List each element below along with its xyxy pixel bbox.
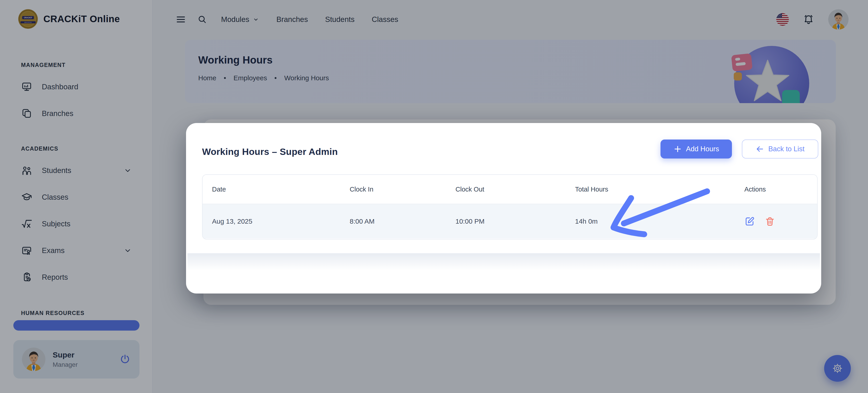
delete-trash-icon[interactable] <box>765 216 775 226</box>
modal-title: Working Hours – Super Admin <box>202 147 338 157</box>
add-hours-label: Add Hours <box>686 145 719 153</box>
column-header-clock-in: Clock In <box>350 186 456 193</box>
column-header-actions: Actions <box>744 186 817 193</box>
cell-actions <box>744 216 817 226</box>
cell-total-hours: 14h 0m <box>575 217 744 225</box>
cell-date: Aug 13, 2025 <box>212 217 350 225</box>
plus-icon <box>673 145 682 153</box>
cell-clock-in: 8:00 AM <box>350 217 456 225</box>
column-header-total-hours: Total Hours <box>575 186 744 193</box>
working-hours-modal: Working Hours – Super Admin Add Hours Ba… <box>186 123 821 294</box>
table-row: Aug 13, 2025 8:00 AM 10:00 PM 14h 0m <box>203 204 817 239</box>
cell-clock-out: 10:00 PM <box>456 217 575 225</box>
back-to-list-label: Back to List <box>768 145 804 153</box>
arrow-left-icon <box>756 145 764 153</box>
edit-icon[interactable] <box>744 216 755 226</box>
add-hours-button[interactable]: Add Hours <box>660 140 732 158</box>
app-root: CRACKiT EDUCATION CRACKiT Online MANAGEM… <box>0 0 868 393</box>
modal-bottom-fade <box>187 253 820 274</box>
back-to-list-button[interactable]: Back to List <box>742 140 818 158</box>
column-header-clock-out: Clock Out <box>456 186 575 193</box>
working-hours-table: Date Clock In Clock Out Total Hours Acti… <box>202 174 817 239</box>
table-header-row: Date Clock In Clock Out Total Hours Acti… <box>203 175 817 204</box>
column-header-date: Date <box>212 186 350 193</box>
